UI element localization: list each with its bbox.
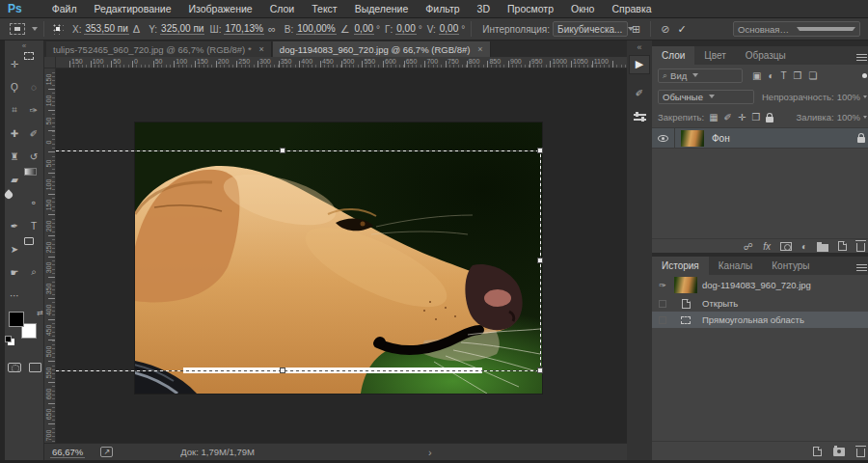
fill-value[interactable]: 100% [837, 112, 860, 123]
lasso-tool[interactable]: Ϙ [5, 75, 24, 98]
clone-stamp-tool[interactable]: ♜ [5, 145, 24, 168]
menu-item-10[interactable]: Окно [562, 3, 603, 14]
collapse-tools-icon[interactable]: « [5, 41, 43, 52]
x-value-field[interactable]: 353,50 пи [84, 23, 128, 35]
dodge-tool[interactable]: ⚬ [24, 191, 43, 214]
collapse-panels-icon[interactable]: « [637, 42, 641, 53]
export-icon[interactable]: ↗ [100, 447, 113, 457]
filter-pixel-layers-icon[interactable]: ▣ [752, 70, 761, 81]
layer-thumbnail[interactable] [681, 130, 704, 147]
transform-handle-top-right[interactable] [537, 148, 543, 153]
eraser-tool[interactable]: ▰ [5, 168, 24, 191]
document-image[interactable] [135, 123, 542, 394]
status-expand-icon[interactable]: › [428, 447, 432, 458]
new-group-icon[interactable] [817, 244, 828, 252]
interpolation-select[interactable]: Бикубическа... [553, 21, 628, 37]
new-layer-icon[interactable] [838, 241, 847, 251]
layer-row-background[interactable]: Фон [652, 127, 868, 149]
relative-position-icon[interactable]: Δ [133, 23, 140, 35]
v-skew-value-field[interactable]: 0,00 [439, 23, 459, 35]
tab-layers-2[interactable]: Цвет [694, 46, 735, 65]
history-source-checkbox[interactable] [652, 300, 673, 308]
pen-tool[interactable]: ✒ [5, 214, 24, 237]
panel-menu-icon[interactable] [856, 47, 867, 65]
layer-filter-select[interactable]: ⌕Вид [658, 68, 743, 83]
brush-settings-panel-icon[interactable]: ✐ [636, 88, 643, 98]
type-tool[interactable]: T [24, 214, 43, 237]
quick-mask-button[interactable] [8, 363, 21, 372]
tab-history-2[interactable]: Каналы [709, 257, 763, 275]
delete-layer-icon[interactable] [856, 243, 865, 252]
filter-smart-objects-icon[interactable]: ❏ [809, 70, 818, 81]
filter-shape-layers-icon[interactable]: ❒ [794, 70, 802, 81]
transform-handle-top[interactable] [280, 148, 285, 153]
visibility-eye-icon[interactable] [658, 135, 668, 142]
angle-value-field[interactable]: 0,00 [354, 23, 374, 35]
blur-tool[interactable] [3, 189, 14, 200]
workspace-selector[interactable]: Основная рабочая среда [733, 21, 860, 37]
history-state-row[interactable]: Прямоугольная область [652, 312, 868, 328]
delete-state-icon[interactable] [856, 449, 865, 457]
crop-tool[interactable]: ⌗ [5, 98, 24, 122]
link-layers-icon[interactable]: ☍ [744, 241, 753, 252]
history-brush-source-icon[interactable]: ✑ [652, 281, 673, 290]
brush-tool[interactable]: ✐ [24, 122, 43, 145]
edit-toolbar[interactable]: ⋯ [5, 284, 24, 307]
menu-item-1[interactable]: Файл [43, 3, 86, 14]
adjustment-layer-icon[interactable]: ◐ [801, 241, 807, 252]
move-tool[interactable]: ✛ [5, 52, 24, 75]
add-mask-icon[interactable] [780, 242, 792, 251]
lock-paint-icon[interactable]: ✐ [724, 112, 732, 123]
layer-style-icon[interactable]: fx [763, 241, 771, 252]
menu-item-8[interactable]: 3D [469, 3, 499, 14]
opacity-value[interactable]: 100% [837, 92, 860, 102]
document-tab[interactable]: tulips-752465_960_720.jpg @ 66,7% (RGB/8… [46, 41, 272, 57]
height-value-field[interactable]: 100,00% [296, 23, 336, 35]
eyedropper-tool[interactable]: ✑ [24, 98, 43, 122]
y-value-field[interactable]: 325,00 пи [160, 23, 204, 35]
tab-history-3[interactable]: Контуры [762, 257, 819, 275]
spot-healing-tool[interactable]: ✚ [5, 122, 24, 145]
menu-item-9[interactable]: Просмотр [499, 3, 562, 14]
history-source-checkbox[interactable] [652, 316, 673, 324]
pasteboard[interactable] [56, 68, 627, 443]
filter-adjustment-layers-icon[interactable]: ◐ [768, 70, 773, 81]
layer-name[interactable]: Фон [712, 133, 857, 144]
transform-handle-bottom-right[interactable] [537, 368, 543, 373]
swap-colors-icon[interactable]: ⇄ [37, 309, 43, 317]
lock-transparency-icon[interactable]: ▦ [709, 112, 718, 123]
filter-type-layers-icon[interactable]: T [781, 70, 787, 81]
open-state-icon[interactable] [682, 299, 691, 309]
menu-item-6[interactable]: Выделение [346, 3, 418, 14]
close-tab-icon[interactable]: × [259, 44, 264, 54]
zoom-level-field[interactable]: 66,67% [50, 447, 85, 458]
lock-all-icon[interactable] [766, 117, 773, 123]
menu-item-2[interactable]: Редактирование [86, 3, 180, 14]
history-brush-tool[interactable]: ↺ [24, 145, 43, 168]
tab-layers-3[interactable]: Образцы [736, 46, 796, 65]
width-value-field[interactable]: 170,13% [224, 23, 263, 35]
filter-pin-icon[interactable] [862, 73, 867, 78]
warp-mode-icon[interactable]: ⊞ [632, 23, 640, 36]
close-tab-icon[interactable]: × [477, 44, 482, 54]
h-skew-value-field[interactable]: 0,00 [395, 23, 416, 35]
gradient-tool[interactable] [24, 168, 37, 176]
zoom-tool[interactable]: ⌕ [24, 260, 43, 284]
properties-panel-icon[interactable]: ▶ [629, 55, 650, 74]
panel-menu-icon[interactable] [856, 258, 867, 275]
menu-item-3[interactable]: Изображение [180, 3, 261, 14]
commit-transform-icon[interactable]: ✓ [678, 23, 687, 36]
tool-preset-dropdown[interactable] [10, 23, 38, 35]
new-snapshot-icon[interactable] [833, 448, 845, 456]
menu-item-5[interactable]: Текст [303, 3, 345, 14]
document-tab[interactable]: dog-1194083_960_720.jpg @ 66,7% (RGB/8#)… [273, 41, 491, 57]
transform-handle-bottom[interactable] [280, 368, 285, 373]
adjustments-panel-icon[interactable] [634, 112, 646, 123]
history-state-row[interactable]: Открыть [652, 295, 868, 312]
quick-selection-tool[interactable]: ◌ [24, 75, 43, 98]
marquee-tool[interactable] [24, 52, 34, 60]
transform-marquee-bottom[interactable] [56, 370, 541, 371]
screen-mode-button[interactable] [29, 363, 41, 372]
new-document-from-state-icon[interactable] [813, 447, 822, 456]
hand-tool[interactable]: ☛ [5, 260, 24, 284]
